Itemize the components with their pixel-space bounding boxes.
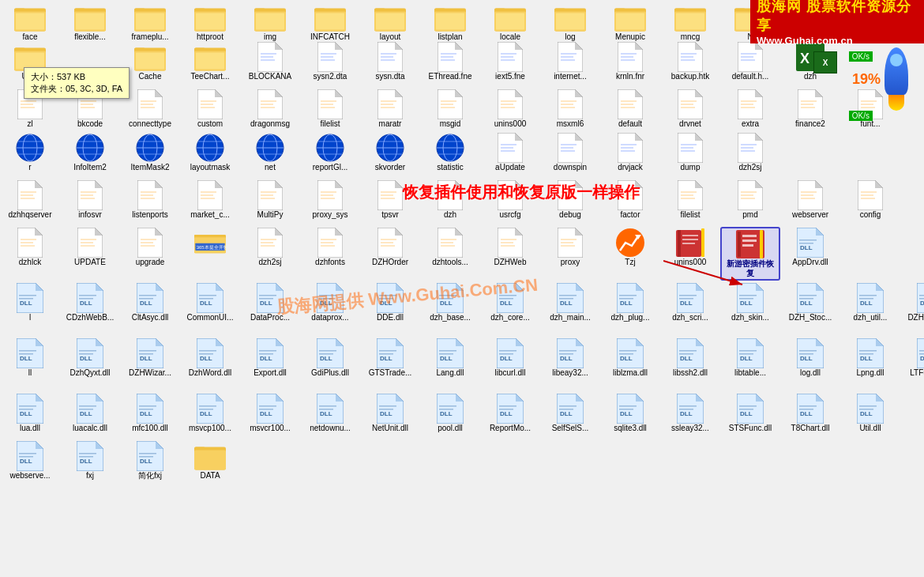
file-item[interactable]: DLL DZHDataR... (900, 282, 924, 323)
file-item[interactable]: layout (360, 2, 420, 43)
file-item[interactable]: DLL msvcr100... (240, 393, 300, 434)
file-item[interactable]: DLL Lang.dll (420, 338, 480, 379)
file-item[interactable]: INFCATCH (300, 2, 360, 43)
file-item[interactable]: default (600, 89, 660, 130)
file-item[interactable]: backup.htk (660, 41, 720, 82)
file-item[interactable]: DLL lua.dll (0, 393, 60, 434)
file-item[interactable]: infosvr (60, 179, 120, 221)
file-item[interactable]: dragonmsg (240, 89, 300, 130)
file-item[interactable]: face (0, 2, 60, 43)
file-item[interactable]: DLL fxj (60, 440, 120, 481)
file-item[interactable]: DLL STSFunc.dll (720, 393, 780, 434)
file-item[interactable]: dzhhqserver (0, 179, 60, 221)
file-item[interactable]: DLL pool.dll (420, 393, 480, 434)
file-item[interactable]: webserver (780, 179, 840, 221)
file-item[interactable]: DLL sqlite3.dll (600, 393, 660, 434)
file-item[interactable]: img (240, 2, 300, 43)
file-item[interactable]: Menupic (600, 2, 660, 43)
file-item[interactable]: DLL log.dll (780, 338, 840, 379)
file-item[interactable]: TeeChart... (180, 41, 240, 82)
file-item[interactable]: dzhtools... (420, 227, 480, 268)
file-item[interactable]: config (840, 179, 900, 221)
file-item[interactable]: layoutmask (180, 132, 240, 173)
file-item[interactable]: DLL NetUnit.dll (360, 393, 420, 434)
file-item[interactable]: log (540, 2, 600, 43)
file-item[interactable]: maratr (360, 89, 420, 130)
file-item[interactable]: DLL dzh_util... (840, 282, 900, 323)
file-item[interactable]: DLL l (0, 282, 60, 323)
file-item[interactable]: MultiPy (240, 179, 300, 221)
file-item[interactable]: market_c... (180, 179, 240, 221)
file-item[interactable]: flexible... (60, 2, 120, 43)
file-item[interactable]: DLL 简化fxj (120, 440, 180, 481)
file-item[interactable]: mncg (660, 2, 720, 43)
file-item[interactable]: drvjack (600, 132, 660, 173)
file-item[interactable]: DLL CommonUI... (180, 282, 240, 323)
file-item[interactable]: aUpdate (480, 132, 540, 173)
file-item[interactable]: krnln.fnr (600, 41, 660, 82)
file-item[interactable]: DLL DzhQyxt.dll (60, 338, 120, 379)
recover-button-item[interactable]: 365本提全开恢复 (180, 227, 240, 258)
file-item[interactable]: DLL LTFunc6.dll (900, 338, 924, 379)
file-item[interactable]: DLL CDzhWebB... (60, 282, 120, 323)
file-item[interactable]: EThread.fne (420, 41, 480, 82)
file-item[interactable]: listenports (120, 179, 180, 221)
file-item[interactable]: default.h... (720, 41, 780, 82)
file-item[interactable]: DLL GTSTrade... (360, 338, 420, 379)
file-item[interactable]: iext5.fne (480, 41, 540, 82)
file-item[interactable]: InfoItem2 (60, 132, 120, 173)
file-item[interactable]: DLL GdiPlus.dll (300, 338, 360, 379)
file-item[interactable]: unins000 (480, 89, 540, 130)
file-item[interactable]: UPDATE (60, 227, 120, 268)
file-item[interactable]: extra (720, 89, 780, 130)
file-item[interactable]: DATA (180, 440, 240, 481)
file-item[interactable]: Tzj (600, 227, 660, 268)
file-item[interactable]: DLL ReportMo... (480, 393, 540, 434)
file-item[interactable]: locale (480, 2, 540, 43)
file-item[interactable]: custom (180, 89, 240, 130)
file-item[interactable]: dump (660, 132, 720, 173)
file-item[interactable]: dzhfonts (300, 227, 360, 268)
file-item[interactable]: proxy_sys (300, 179, 360, 221)
file-item[interactable]: listplan (420, 2, 480, 43)
file-item[interactable]: DLL dzh_main... (540, 282, 600, 323)
file-item[interactable]: pmd (720, 179, 780, 221)
file-item[interactable]: frameplu... (120, 2, 180, 43)
file-item[interactable]: DZHWeb (480, 227, 540, 268)
file-item[interactable]: DLL libeay32... (540, 338, 600, 379)
file-item[interactable]: filelist (300, 89, 360, 130)
file-item[interactable]: DLL SelfSelS... (540, 393, 600, 434)
file-item[interactable]: net (240, 132, 300, 173)
file-item[interactable]: downspin (540, 132, 600, 173)
file-item[interactable]: DLL mfc100.dll (120, 393, 180, 434)
file-item[interactable]: DLL DZHWizar... (120, 338, 180, 379)
file-item[interactable]: DLL DzhWord.dll (180, 338, 240, 379)
file-item[interactable]: DLL DZH_Stoc... (780, 282, 840, 323)
file-item[interactable]: sysn.dta (360, 41, 420, 82)
file-item[interactable]: DLL Export.dll (240, 338, 300, 379)
file-item[interactable]: DLL libssh2.dll (660, 338, 720, 379)
file-item[interactable]: DLL webserve... (0, 440, 60, 481)
file-item[interactable]: DLL luacalc.dll (60, 393, 120, 434)
file-item[interactable]: httproot (180, 2, 240, 43)
file-item[interactable]: sysn2.dta (300, 41, 360, 82)
file-item[interactable]: msgid (420, 89, 480, 130)
file-item[interactable]: ItemMask2 (120, 132, 180, 173)
file-item[interactable]: DLL Util.dll (840, 393, 900, 434)
file-item[interactable]: DLL libcurl.dll (480, 338, 540, 379)
file-item[interactable]: DLL ll (0, 338, 60, 379)
file-item[interactable]: dzhlck (0, 227, 60, 268)
file-item[interactable]: DZHOrder (360, 227, 420, 268)
file-item[interactable]: r (0, 132, 60, 173)
file-item[interactable]: filelist (660, 179, 720, 221)
file-item[interactable]: dzh2sj (240, 227, 300, 268)
file-item[interactable]: DLL AppDrv.dll (780, 227, 840, 268)
file-item[interactable]: internet... (540, 41, 600, 82)
file-item[interactable]: DLL dzh_plug... (600, 282, 660, 323)
file-item[interactable]: DLL T8Chart.dll (780, 393, 840, 434)
file-item[interactable]: DLL msvcp100... (180, 393, 240, 434)
file-item[interactable]: DLL liblzma.dll (600, 338, 660, 379)
file-item[interactable]: drvnet (660, 89, 720, 130)
file-item[interactable]: proxy (540, 227, 600, 268)
file-item[interactable]: DLL netdownu... (300, 393, 360, 434)
